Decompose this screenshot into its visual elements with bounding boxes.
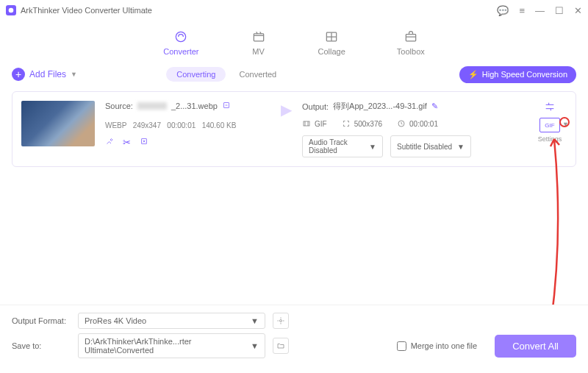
main-area: + Add Files ▼ Converting Converted ⚡ Hig… bbox=[0, 63, 588, 167]
chevron-down-icon: ▼ bbox=[251, 341, 259, 350]
titlebar: ArkThinker Video Converter Ultimate 💬 ≡ … bbox=[0, 0, 588, 21]
rename-icon[interactable] bbox=[222, 101, 231, 111]
file-item: Source: _2...31.webp WEBP 249x347 00:00:… bbox=[12, 91, 576, 167]
app-icon bbox=[6, 5, 16, 15]
tab-label: Converter bbox=[163, 47, 198, 56]
add-files-button[interactable]: + Add Files ▼ bbox=[12, 68, 77, 81]
source-size: 140.60 KB bbox=[202, 121, 237, 129]
source-duration: 00:00:01 bbox=[167, 121, 196, 129]
chevron-down-icon: ▼ bbox=[71, 71, 77, 78]
save-to-select[interactable]: D:\ArkThinker\ArkThinke...rter Ultimate\… bbox=[78, 333, 265, 358]
merge-label: Merge into one file bbox=[411, 341, 478, 350]
save-to-label: Save to: bbox=[12, 341, 71, 350]
pill-converted[interactable]: Converted bbox=[229, 67, 287, 82]
edit-name-icon[interactable]: ✎ bbox=[431, 102, 438, 111]
tab-toolbox[interactable]: Toolbox bbox=[397, 29, 425, 56]
audio-dd-label: Audio Track Disabled bbox=[309, 138, 365, 154]
output-name: 得到App_2023...-49-31.gif bbox=[333, 101, 427, 112]
maximize-icon[interactable]: ☐ bbox=[555, 6, 564, 15]
output-duration: 00:00:01 bbox=[409, 120, 438, 128]
edit-effects-icon[interactable] bbox=[105, 137, 114, 148]
output-dur-info: 00:00:01 bbox=[397, 119, 438, 128]
status-filter: Converting Converted bbox=[166, 67, 287, 82]
output-row: Output: 得到App_2023...-49-31.gif ✎ bbox=[302, 101, 523, 112]
pill-converting[interactable]: Converting bbox=[166, 67, 226, 82]
tab-converter[interactable]: Converter bbox=[163, 29, 198, 56]
minimize-icon[interactable]: — bbox=[535, 6, 545, 15]
output-format: GIF bbox=[315, 120, 327, 128]
lightning-icon: ⚡ bbox=[468, 70, 478, 79]
source-suffix: _2...31.webp bbox=[171, 102, 218, 110]
output-format-row: Output Format: ProRes 4K Video ▼ bbox=[12, 313, 576, 329]
source-row: Source: _2...31.webp bbox=[105, 101, 270, 111]
subtitle-dd-label: Subtitle Disabled bbox=[397, 143, 452, 151]
titlebar-left: ArkThinker Video Converter Ultimate bbox=[6, 5, 152, 15]
tab-label: Toolbox bbox=[397, 47, 425, 56]
settings-label: Settings bbox=[538, 135, 562, 143]
tab-label: MV bbox=[252, 47, 265, 56]
source-resolution: 249x347 bbox=[133, 121, 161, 129]
thumbnail[interactable] bbox=[21, 101, 95, 146]
svg-rect-2 bbox=[254, 33, 263, 40]
source-format: WEBP bbox=[105, 121, 126, 129]
close-icon[interactable]: ✕ bbox=[574, 6, 582, 15]
chevron-down-icon: ▼ bbox=[369, 143, 376, 151]
menu-icon[interactable]: ≡ bbox=[519, 6, 525, 15]
subtitle-dropdown[interactable]: Subtitle Disabled ▼ bbox=[390, 135, 471, 157]
output-format-info: GIF bbox=[302, 119, 327, 128]
format-badge: GIF bbox=[545, 122, 554, 129]
svg-rect-7 bbox=[304, 121, 309, 126]
merge-checkbox[interactable]: Merge into one file bbox=[397, 341, 478, 351]
source-column: Source: _2...31.webp WEBP 249x347 00:00:… bbox=[105, 101, 270, 148]
save-to-value: D:\ArkThinker\ArkThinke...rter Ultimate\… bbox=[85, 337, 251, 355]
chevron-down-icon: ▼ bbox=[251, 316, 259, 325]
tab-collage[interactable]: Collage bbox=[318, 29, 345, 56]
tab-mv[interactable]: MV bbox=[251, 29, 267, 56]
output-resolution: 500x376 bbox=[354, 120, 382, 128]
chevron-down-icon: ▼ bbox=[457, 143, 465, 151]
source-meta: WEBP 249x347 00:00:01 140.60 KB bbox=[105, 121, 270, 129]
collage-icon bbox=[323, 29, 340, 45]
output-res-info: 500x376 bbox=[342, 119, 382, 128]
audio-track-dropdown[interactable]: Audio Track Disabled ▼ bbox=[302, 135, 383, 157]
film-icon bbox=[302, 119, 311, 128]
svg-rect-4 bbox=[406, 34, 415, 40]
edit-icons: ✂ bbox=[105, 137, 270, 148]
source-blur bbox=[137, 102, 167, 110]
output-label: Output: bbox=[302, 102, 329, 111]
high-speed-label: High Speed Conversion bbox=[482, 70, 567, 79]
save-to-row: Save to: D:\ArkThinker\ArkThinke...rter … bbox=[12, 333, 576, 358]
output-column: Output: 得到App_2023...-49-31.gif ✎ GIF 50… bbox=[302, 101, 523, 157]
feedback-icon[interactable]: 💬 bbox=[497, 6, 509, 15]
format-settings-button[interactable] bbox=[273, 313, 289, 329]
svg-point-9 bbox=[280, 320, 282, 322]
svg-point-0 bbox=[9, 8, 14, 13]
add-files-label: Add Files bbox=[29, 69, 66, 79]
high-speed-button[interactable]: ⚡ High Speed Conversion bbox=[459, 66, 576, 83]
merge-input[interactable] bbox=[397, 341, 406, 351]
track-dropdowns: Audio Track Disabled ▼ Subtitle Disabled… bbox=[302, 135, 523, 157]
output-info: GIF 500x376 00:00:01 bbox=[302, 119, 523, 128]
output-format-label: Output Format: bbox=[12, 316, 71, 325]
settings-column: GIF ▼ Settings bbox=[533, 101, 567, 143]
plus-icon: + bbox=[12, 68, 25, 81]
open-folder-button[interactable] bbox=[273, 338, 289, 354]
clock-icon bbox=[397, 119, 406, 128]
chevron-down-icon[interactable]: ▼ bbox=[562, 121, 569, 128]
converter-icon bbox=[173, 29, 189, 45]
source-label: Source: bbox=[105, 102, 133, 110]
compress-icon[interactable] bbox=[544, 101, 556, 115]
svg-point-1 bbox=[176, 32, 186, 41]
format-selector[interactable]: GIF bbox=[539, 118, 560, 132]
titlebar-right: 💬 ≡ — ☐ ✕ bbox=[497, 6, 582, 15]
app-title: ArkThinker Video Converter Ultimate bbox=[21, 6, 152, 15]
output-format-select[interactable]: ProRes 4K Video ▼ bbox=[78, 313, 265, 329]
expand-icon bbox=[342, 119, 351, 128]
toolbox-icon bbox=[403, 29, 419, 45]
tab-label: Collage bbox=[318, 47, 345, 56]
mv-icon bbox=[251, 29, 267, 45]
convert-all-button[interactable]: Convert All bbox=[495, 335, 576, 358]
cut-icon[interactable]: ✂ bbox=[123, 137, 131, 148]
enhance-icon[interactable] bbox=[140, 137, 148, 148]
sub-toolbar: + Add Files ▼ Converting Converted ⚡ Hig… bbox=[12, 63, 576, 85]
